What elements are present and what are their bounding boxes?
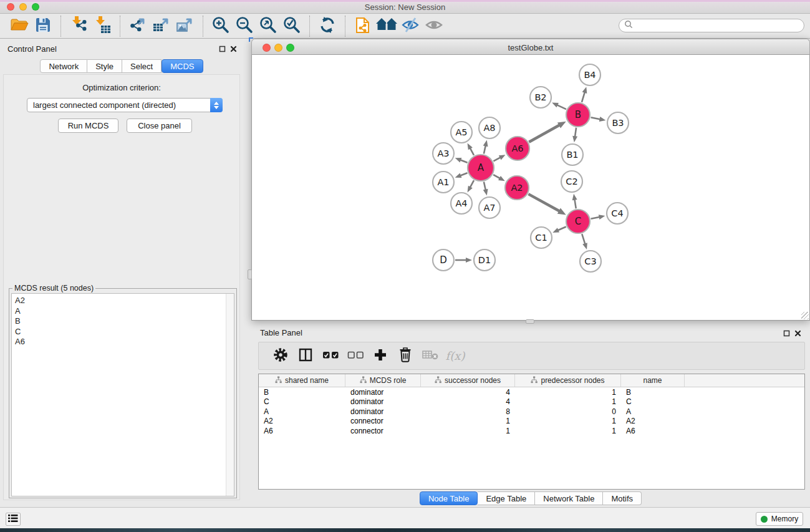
deselect-all-button[interactable] bbox=[344, 344, 367, 368]
function-builder-button[interactable]: f(x) bbox=[443, 344, 467, 368]
float-panel-icon[interactable] bbox=[218, 45, 226, 52]
show-graphics-details-button[interactable] bbox=[422, 15, 446, 37]
cell-name[interactable]: A2 bbox=[621, 417, 685, 425]
graph-edge-B-B3[interactable] bbox=[591, 117, 601, 119]
save-session-button[interactable] bbox=[31, 15, 55, 37]
tab-select[interactable]: Select bbox=[122, 59, 162, 73]
cell-successor-nodes[interactable]: 8 bbox=[421, 407, 515, 416]
zoom-fit-button[interactable] bbox=[256, 15, 280, 37]
cell-name[interactable]: A6 bbox=[621, 427, 685, 435]
graph-edge-A-A8[interactable] bbox=[484, 145, 486, 153]
refresh-layout-button[interactable] bbox=[316, 15, 339, 37]
table-row[interactable]: A2connector11A2 bbox=[259, 417, 804, 427]
table-settings-button[interactable] bbox=[269, 344, 292, 368]
zoom-in-button[interactable] bbox=[209, 15, 233, 37]
resize-grip[interactable] bbox=[801, 312, 809, 319]
export-image-button[interactable] bbox=[173, 15, 197, 37]
mcds-result-item[interactable]: A2 bbox=[12, 296, 234, 306]
criterion-select[interactable]: largest connected component (directed) bbox=[27, 98, 223, 112]
cell-shared-name[interactable]: C bbox=[259, 397, 345, 406]
open-file-button[interactable] bbox=[7, 15, 31, 37]
zoom-selected-button[interactable] bbox=[280, 15, 304, 37]
hide-graphics-details-button[interactable] bbox=[398, 15, 422, 37]
cell-shared-name[interactable]: A bbox=[259, 407, 345, 416]
cell-predecessor-nodes[interactable]: 1 bbox=[515, 397, 621, 406]
cell-shared-name[interactable]: A6 bbox=[259, 427, 345, 435]
cell-predecessor-nodes[interactable]: 1 bbox=[515, 417, 621, 425]
import-table-button[interactable] bbox=[90, 15, 114, 37]
graph-edge-A6-B[interactable] bbox=[529, 125, 560, 142]
run-mcds-button[interactable]: Run MCDS bbox=[58, 118, 118, 133]
task-history-button[interactable] bbox=[6, 513, 21, 526]
cell-MCDS-role[interactable]: dominator bbox=[345, 397, 421, 406]
delete-column-button[interactable] bbox=[393, 344, 417, 368]
home-button[interactable] bbox=[375, 15, 398, 37]
mcds-result-item[interactable]: A6 bbox=[12, 337, 234, 347]
graph-edge-C-C4[interactable] bbox=[591, 217, 600, 219]
mcds-result-item[interactable]: C bbox=[12, 327, 234, 337]
column-layout-button[interactable] bbox=[294, 344, 317, 368]
table-tab-motifs[interactable]: Motifs bbox=[603, 491, 642, 505]
graph-edge-B-B2[interactable] bbox=[556, 105, 566, 109]
mcds-result-item[interactable]: A bbox=[12, 306, 234, 317]
graph-edge-C-C3[interactable] bbox=[582, 234, 585, 244]
network-file-button[interactable] bbox=[351, 15, 375, 37]
table-tab-node-table[interactable]: Node Table bbox=[420, 491, 478, 505]
cell-successor-nodes[interactable]: 1 bbox=[421, 417, 515, 425]
search-box[interactable] bbox=[619, 19, 804, 32]
cell-name[interactable]: C bbox=[621, 397, 685, 406]
column-header-successor-nodes[interactable]: successor nodes bbox=[421, 374, 515, 387]
table-row[interactable]: Cdominator41C bbox=[259, 397, 804, 407]
memory-button[interactable]: Memory bbox=[756, 512, 803, 526]
column-header-MCDS-role[interactable]: MCDS role bbox=[345, 374, 421, 387]
add-column-button[interactable] bbox=[369, 344, 392, 368]
select-all-button[interactable] bbox=[319, 344, 342, 368]
table-row[interactable]: A6connector11A6 bbox=[259, 426, 804, 436]
splitter-handle-left[interactable] bbox=[248, 269, 252, 279]
network-canvas[interactable]: AA1A3A4A5A7A8A6A2BB1B2B3B4CC1C2C3C4DD1 bbox=[251, 55, 810, 321]
export-network-button[interactable] bbox=[126, 15, 150, 37]
graph-edge-C-C2[interactable] bbox=[574, 199, 576, 209]
cell-MCDS-role[interactable]: connector bbox=[345, 417, 421, 425]
cell-MCDS-role[interactable]: dominator bbox=[345, 388, 421, 397]
graph-edge-A-A5[interactable] bbox=[470, 148, 474, 155]
column-header-shared-name[interactable]: shared name bbox=[259, 374, 345, 387]
tab-network[interactable]: Network bbox=[40, 59, 87, 73]
cell-shared-name[interactable]: A2 bbox=[259, 417, 345, 425]
delete-table-button[interactable] bbox=[418, 344, 442, 368]
cell-MCDS-role[interactable]: connector bbox=[345, 427, 421, 435]
graph-edge-A2-C[interactable] bbox=[528, 194, 560, 211]
float-table-panel-icon[interactable] bbox=[783, 329, 790, 337]
cell-predecessor-nodes[interactable]: 1 bbox=[515, 388, 621, 397]
graph-edge-A-A7[interactable] bbox=[484, 181, 486, 190]
zoom-out-button[interactable] bbox=[233, 15, 256, 37]
close-panel-icon[interactable] bbox=[229, 45, 237, 52]
import-network-button[interactable] bbox=[67, 15, 90, 37]
close-panel-button[interactable]: Close panel bbox=[127, 118, 192, 133]
graph-edge-C-C1[interactable] bbox=[557, 226, 566, 230]
table-row[interactable]: Bdominator41B bbox=[259, 387, 804, 397]
cell-predecessor-nodes[interactable]: 0 bbox=[515, 407, 621, 416]
search-input[interactable] bbox=[636, 21, 799, 31]
graph-edge-B-B4[interactable] bbox=[582, 92, 585, 102]
tab-mcds[interactable]: MCDS bbox=[162, 59, 203, 73]
splitter-handle-bottom[interactable] bbox=[526, 319, 534, 324]
cell-shared-name[interactable]: B bbox=[259, 388, 345, 397]
list-scrollbar[interactable] bbox=[226, 294, 234, 496]
graph-edge-B-B1[interactable] bbox=[575, 128, 576, 137]
export-table-button[interactable] bbox=[150, 15, 173, 37]
table-row[interactable]: Adominator80A bbox=[259, 407, 804, 417]
mcds-result-item[interactable]: B bbox=[12, 316, 234, 327]
column-header-name[interactable]: name bbox=[621, 374, 685, 387]
cell-successor-nodes[interactable]: 4 bbox=[421, 397, 515, 406]
graph-edge-A-A6[interactable] bbox=[493, 157, 501, 161]
cell-MCDS-role[interactable]: dominator bbox=[345, 407, 421, 416]
cell-name[interactable]: A bbox=[621, 407, 685, 416]
cell-successor-nodes[interactable]: 4 bbox=[421, 388, 515, 397]
table-tab-edge-table[interactable]: Edge Table bbox=[478, 491, 535, 505]
cell-successor-nodes[interactable]: 1 bbox=[421, 427, 515, 435]
cell-predecessor-nodes[interactable]: 1 bbox=[515, 427, 621, 435]
table-tab-network-table[interactable]: Network Table bbox=[535, 491, 603, 505]
tab-style[interactable]: Style bbox=[87, 59, 122, 73]
column-header-predecessor-nodes[interactable]: predecessor nodes bbox=[515, 374, 621, 387]
